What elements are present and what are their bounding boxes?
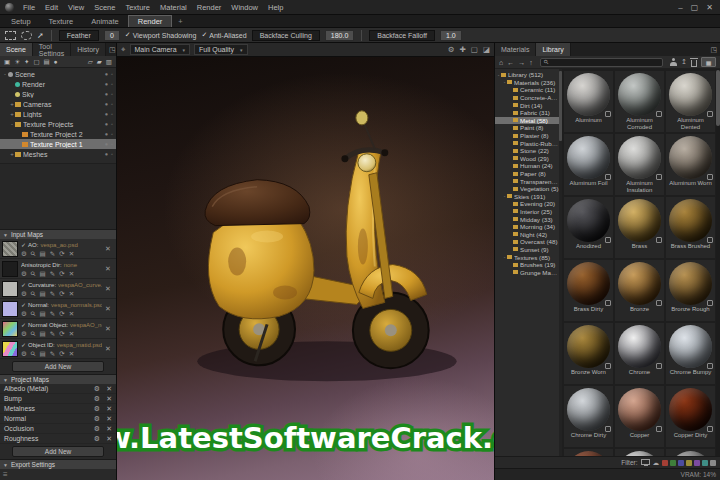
viewport-stats-icon[interactable]: ◪ [483,45,490,54]
scene-tree-item-render[interactable]: Render●◦ [0,79,116,89]
workspace-tab-texture[interactable]: Texture [40,15,83,27]
marquee-select-icon[interactable] [5,31,16,40]
scene-tree-item-texture-project-1[interactable]: Texture Project 1●◦ [0,139,116,149]
save-icon[interactable]: ▤ [40,330,46,338]
material-item-copper-dirty[interactable]: Copper Dirty [666,386,715,447]
input-maps-header[interactable]: ▼ Input Maps [0,229,116,239]
library-tree-item-materials-236[interactable]: -Materials (236) [495,79,559,87]
remove-map-icon[interactable]: ✕ [102,280,114,297]
settings-icon[interactable]: ⚙ [94,425,100,433]
remove-map-icon[interactable]: ✕ [106,385,112,393]
scene-tree-item-sky[interactable]: Sky●◦ [0,89,116,99]
settings-icon[interactable]: ⚙ [94,385,100,393]
remove-map-icon[interactable]: ✕ [102,260,114,277]
inspect-icon[interactable]: ⚲ [29,249,38,258]
inspect-icon[interactable]: ⚲ [29,329,38,338]
settings-icon[interactable]: ⚙ [21,270,27,278]
library-tree-item-skies-191[interactable]: -Skies (191) [495,193,559,201]
remove-map-icon[interactable]: ✕ [106,405,112,413]
viewport-frame-icon[interactable]: ▢ [471,45,478,54]
check-icon[interactable]: ✓ [21,321,26,328]
material-item-aluminum[interactable]: Aluminum [564,71,613,132]
reload-icon[interactable]: ⟳ [59,310,64,318]
scene-tree-item-scene[interactable]: -Scene●◦ [0,69,116,79]
quality-select[interactable]: Full Quality ▾ [194,44,248,55]
material-item-aluminum-corroded[interactable]: Aluminum Corroded [615,71,664,132]
export-settings-header[interactable]: ▼ Export Settings [0,459,116,469]
scene-tree-item-cameras[interactable]: +Cameras●◦ [0,99,116,109]
check-icon[interactable]: ✓ [21,341,26,348]
save-icon[interactable]: ▤ [40,310,46,318]
check-icon[interactable]: ✓ [21,301,26,308]
scene-tree-item-lights[interactable]: +Lights●◦ [0,109,116,119]
reload-icon[interactable]: ⟳ [59,250,64,258]
material-item-chrome[interactable]: Chrome [615,323,664,384]
group-icon[interactable]: ▰ [97,58,102,66]
backface-culling-button[interactable]: Backface Culling [252,30,320,41]
reload-icon[interactable]: ⟳ [59,330,64,338]
clear-icon[interactable]: ✕ [69,310,74,318]
material-item[interactable] [615,449,664,456]
library-tree-item-night-42[interactable]: Night (42) [495,230,559,238]
clear-icon[interactable]: ✕ [69,290,74,298]
reload-icon[interactable]: ⟳ [59,270,64,278]
inspect-icon[interactable]: ⚲ [29,269,38,278]
minimize-button[interactable]: – [678,3,682,12]
material-item-aluminum-worn[interactable]: Aluminum Worn [666,134,715,195]
material-item[interactable] [564,449,613,456]
workspace-tab-animate[interactable]: Animate [82,15,128,27]
tab-scene[interactable]: Scene [0,43,33,56]
lock-icon[interactable]: ◦ [111,81,113,87]
panel-popout-icon[interactable]: ◳ [707,43,720,56]
texture-thumbnail[interactable] [2,241,18,257]
settings-icon[interactable]: ⚙ [21,330,27,338]
menu-render[interactable]: Render [192,0,227,14]
viewport-axis-icon[interactable]: ⌖ [121,45,126,55]
settings-icon[interactable]: ⚙ [94,435,100,443]
edit-icon[interactable]: ✎ [50,270,55,278]
library-tree-item-sunset-9[interactable]: Sunset (9) [495,246,559,254]
material-item-aluminum-dented[interactable]: Aluminum Dented [666,71,715,132]
forward-icon[interactable]: → [518,59,525,66]
settings-icon[interactable]: ⚙ [21,290,27,298]
clear-icon[interactable]: ✕ [69,270,74,278]
settings-icon[interactable]: ⚙ [94,395,100,403]
remove-map-icon[interactable]: ✕ [102,240,114,257]
edit-icon[interactable]: ✎ [50,350,55,358]
tab-history[interactable]: History [71,43,106,56]
lock-icon[interactable]: ◦ [111,151,113,157]
backface-falloff-input[interactable]: 1.0 [440,30,462,41]
library-tree-item-library-512[interactable]: -Library (512) [495,71,559,79]
save-icon[interactable]: ▤ [40,250,46,258]
filter-color-tag[interactable] [670,460,676,466]
trash-icon[interactable] [691,60,697,67]
tab-tool-settings[interactable]: Tool Settings [33,43,71,56]
settings-icon[interactable]: ⚙ [21,350,27,358]
filter-color-tag[interactable] [702,460,708,466]
material-item-chrome-dirty[interactable]: Chrome Dirty [564,386,613,447]
project-maps-header[interactable]: ▼ Project Maps [0,374,116,384]
material-item[interactable] [666,449,715,456]
library-tree-item-plaster-8[interactable]: Plaster (8) [495,132,559,140]
viewport-move-icon[interactable]: ✚ [460,45,466,54]
feather-value-input[interactable]: 0 [104,30,120,41]
visibility-icon[interactable]: ● [105,81,108,87]
library-tree-item-stone-22[interactable]: Stone (22) [495,147,559,155]
feather-button[interactable]: Feather [59,30,99,41]
edit-icon[interactable]: ✎ [50,290,55,298]
library-tree-item-plastic-rubber-13[interactable]: Plastic-Rubber (13) [495,139,559,147]
save-icon[interactable]: ▤ [40,350,46,358]
tab-materials[interactable]: Materials [495,43,536,56]
edit-icon[interactable]: ✎ [50,310,55,318]
lock-icon[interactable]: ◦ [111,131,113,137]
pick-tool-icon[interactable]: ➚ [37,31,44,40]
workspace-tab-add-button[interactable]: + [172,15,188,27]
filter-color-tag[interactable] [710,460,716,466]
save-icon[interactable]: ▤ [40,290,46,298]
library-tree-item-ceramic-11[interactable]: Ceramic (11) [495,86,559,94]
remove-map-icon[interactable]: ✕ [106,435,112,443]
viewport-shadowing-checkbox[interactable]: ✓ Viewport Shadowing [125,31,197,39]
remove-map-icon[interactable]: ✕ [102,340,114,357]
menu-scene[interactable]: Scene [89,0,120,14]
filter-color-tag[interactable] [662,460,668,466]
